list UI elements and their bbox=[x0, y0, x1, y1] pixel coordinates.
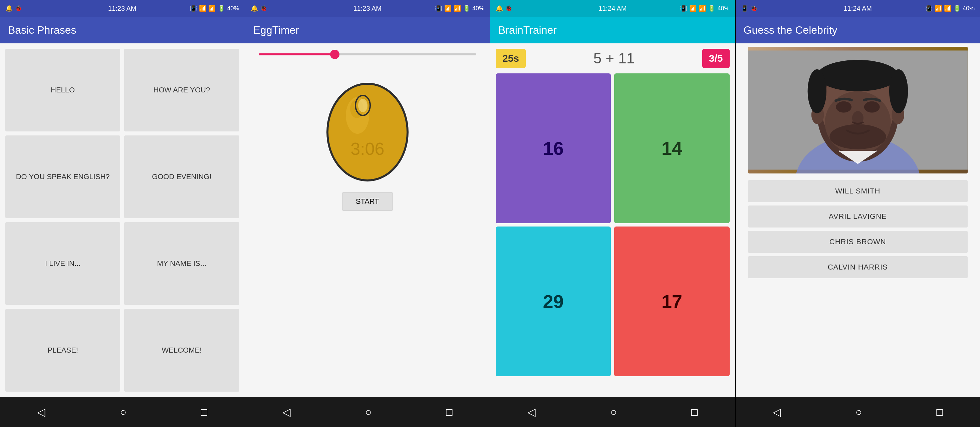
app2-home-button[interactable]: ○ bbox=[365, 406, 372, 418]
app2-title: EggTimer bbox=[253, 24, 299, 37]
app3-status-right: 📳 📶 📶 🔋 40% bbox=[680, 5, 729, 12]
answer-17[interactable]: 17 bbox=[614, 227, 729, 376]
egg-svg bbox=[321, 65, 414, 186]
app1-back-button[interactable]: ◁ bbox=[37, 406, 45, 418]
app3-time: 11:24 AM bbox=[598, 5, 627, 12]
app2-back-button[interactable]: ◁ bbox=[282, 406, 291, 418]
vibrate-icon: 📳 bbox=[189, 5, 197, 12]
battery-icon: 🔋 bbox=[218, 5, 225, 12]
celeb-option-will-smith[interactable]: WILL SMITH bbox=[748, 180, 968, 202]
wifi-icon: 📶 bbox=[199, 5, 206, 12]
celebrity-photo bbox=[748, 47, 968, 173]
phrase-hello[interactable]: HELLO bbox=[5, 49, 120, 132]
svg-point-4 bbox=[358, 99, 368, 112]
celeb-option-calvin-harris[interactable]: CALVIN HARRIS bbox=[748, 256, 968, 278]
signal-icon: 📶 bbox=[208, 5, 216, 12]
svg-point-11 bbox=[836, 102, 851, 113]
app4-time: 11:24 AM bbox=[843, 5, 872, 12]
answer-16[interactable]: 16 bbox=[496, 73, 611, 223]
app4-home-button[interactable]: ○ bbox=[856, 406, 862, 418]
notification-icon4: 📱 bbox=[741, 5, 748, 12]
phrase-welcome[interactable]: WELCOME! bbox=[124, 309, 239, 392]
battery-percent: 40% bbox=[227, 5, 239, 12]
battery-icon3: 🔋 bbox=[708, 5, 715, 12]
celeb-option-chris-brown[interactable]: CHRIS BROWN bbox=[748, 231, 968, 253]
bug-icon2: 🐞 bbox=[260, 5, 267, 12]
slider-thumb[interactable] bbox=[330, 50, 339, 59]
brain-top-bar: 25s 5 + 11 3/5 bbox=[496, 49, 730, 68]
svg-point-19 bbox=[889, 69, 908, 113]
phrase-please[interactable]: PLEASE! bbox=[5, 309, 120, 392]
app2-header: EggTimer bbox=[245, 17, 490, 43]
app2-status-right: 📳 📶 📶 🔋 40% bbox=[435, 5, 484, 12]
app3-status-left-icons: 🔔 🐞 bbox=[496, 5, 512, 12]
celebrity-face-svg bbox=[748, 47, 968, 173]
svg-point-18 bbox=[807, 69, 826, 113]
brain-score: 3/5 bbox=[702, 49, 730, 68]
timer-slider-container[interactable] bbox=[252, 50, 483, 59]
phrase-i-live-in[interactable]: I LIVE IN... bbox=[5, 222, 120, 305]
app3-back-button[interactable]: ◁ bbox=[527, 406, 536, 418]
celeb-option-avril-lavigne[interactable]: AVRIL LAVIGNE bbox=[748, 205, 968, 227]
signal-icon2: 📶 bbox=[453, 5, 461, 12]
svg-point-14 bbox=[829, 124, 886, 149]
phrase-speak-english[interactable]: DO YOU SPEAK ENGLISH? bbox=[5, 135, 120, 218]
brain-question: 5 + 11 bbox=[530, 50, 698, 67]
battery-percent4: 40% bbox=[963, 5, 975, 12]
app1-content: HELLO HOW ARE YOU? DO YOU SPEAK ENGLISH?… bbox=[0, 43, 245, 397]
wifi-icon4: 📶 bbox=[935, 5, 942, 12]
bug-icon: 🐞 bbox=[15, 5, 22, 12]
notification-icon2: 🔔 bbox=[251, 5, 258, 12]
app2-status-left-icons: 🔔 🐞 bbox=[251, 5, 267, 12]
battery-percent2: 40% bbox=[472, 5, 484, 12]
app4-nav-bar: ◁ ○ □ bbox=[736, 397, 980, 427]
slider-fill bbox=[259, 53, 335, 56]
egg-timer-display: 3:06 bbox=[350, 139, 384, 159]
app4-back-button[interactable]: ◁ bbox=[773, 406, 781, 418]
bug-icon3: 🐞 bbox=[505, 5, 512, 12]
battery-icon2: 🔋 bbox=[463, 5, 470, 12]
app3-recent-button[interactable]: □ bbox=[691, 406, 698, 418]
signal-icon4: 📶 bbox=[944, 5, 951, 12]
app1-recent-button[interactable]: □ bbox=[201, 406, 207, 418]
app4-status-bar: 📱 🐞 11:24 AM 📳 📶 📶 🔋 40% bbox=[736, 0, 980, 17]
app4-header: Guess the Celebrity bbox=[736, 17, 980, 43]
app4-status-right: 📳 📶 📶 🔋 40% bbox=[925, 5, 975, 12]
slider-track[interactable] bbox=[259, 53, 477, 56]
app1-home-button[interactable]: ○ bbox=[120, 406, 126, 418]
app4-title: Guess the Celebrity bbox=[744, 24, 837, 37]
vibrate-icon3: 📳 bbox=[680, 5, 687, 12]
app4-status-left-icons: 📱 🐞 bbox=[741, 5, 758, 12]
brain-timer: 25s bbox=[496, 49, 526, 68]
app2-status-bar: 🔔 🐞 11:23 AM 📳 📶 📶 🔋 40% bbox=[245, 0, 490, 17]
answers-grid: 16 14 29 17 bbox=[496, 73, 730, 376]
app1-status-left-icons: 🔔 🐞 bbox=[5, 5, 22, 12]
phrase-good-evening[interactable]: GOOD EVENING! bbox=[124, 135, 239, 218]
svg-point-12 bbox=[864, 102, 880, 113]
bug-icon4: 🐞 bbox=[750, 5, 758, 12]
wifi-icon3: 📶 bbox=[689, 5, 697, 12]
app2-nav-bar: ◁ ○ □ bbox=[245, 397, 490, 427]
app2-time: 11:23 AM bbox=[353, 5, 382, 12]
brain-main: 25s 5 + 11 3/5 16 14 29 17 bbox=[490, 43, 735, 397]
app4-recent-button[interactable]: □ bbox=[936, 406, 943, 418]
app1-time: 11:23 AM bbox=[108, 5, 137, 12]
app1-status-right: 📳 📶 📶 🔋 40% bbox=[189, 5, 239, 12]
eggtimer-main: 3:06 START bbox=[245, 43, 490, 397]
app3-screen: 🔔 🐞 11:24 AM 📳 📶 📶 🔋 40% BrainTrainer 25… bbox=[490, 0, 735, 427]
svg-point-17 bbox=[817, 60, 899, 91]
app3-title: BrainTrainer bbox=[498, 24, 557, 37]
app2-content: 3:06 START bbox=[245, 43, 490, 397]
app4-content: WILL SMITH AVRIL LAVIGNE CHRIS BROWN CAL… bbox=[736, 43, 980, 397]
app1-nav-bar: ◁ ○ □ bbox=[0, 397, 245, 427]
phrase-my-name-is[interactable]: MY NAME IS... bbox=[124, 222, 239, 305]
app3-home-button[interactable]: ○ bbox=[610, 406, 617, 418]
vibrate-icon4: 📳 bbox=[925, 5, 932, 12]
start-button[interactable]: START bbox=[342, 192, 393, 211]
celeb-main: WILL SMITH AVRIL LAVIGNE CHRIS BROWN CAL… bbox=[736, 43, 980, 397]
answer-29[interactable]: 29 bbox=[496, 227, 611, 376]
phrase-how-are-you[interactable]: HOW ARE YOU? bbox=[124, 49, 239, 132]
answer-14[interactable]: 14 bbox=[614, 73, 729, 223]
notification-icon3: 🔔 bbox=[496, 5, 503, 12]
app2-recent-button[interactable]: □ bbox=[446, 406, 452, 418]
